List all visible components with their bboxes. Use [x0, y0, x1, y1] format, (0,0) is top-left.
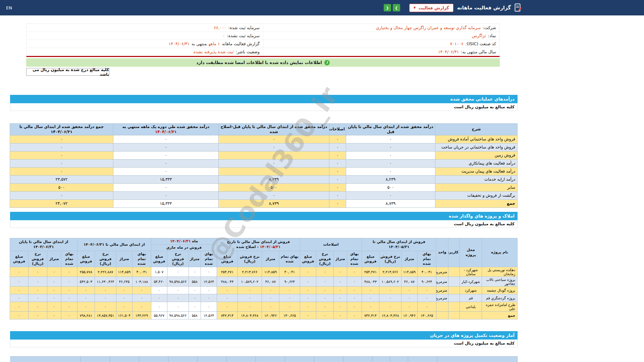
value-cell: ۱۱۴,۸۵۹: [262, 267, 279, 277]
column-group-header: ماه ۱۴۰۴/۰۶/۳۱: [151, 238, 217, 244]
projects-header-row: نام پروژهمحل پروژهکاربريواحدفروش از ابتد…: [10, 238, 517, 244]
value-cell: ۰: [77, 294, 95, 302]
row-label: درآمد فعالیت هاي پیمانکاري: [435, 159, 518, 167]
report-type-dropdown-label: گزارش فعالیت: [419, 5, 449, 10]
value-cell: ۸,۲۳۹: [346, 175, 435, 183]
value-cell: ۰: [10, 277, 28, 287]
value-cell: ۰: [28, 277, 47, 287]
column-header: متراژ: [333, 251, 347, 267]
value-cell: ۰: [217, 294, 237, 302]
value-cell: ۱۳,۸۵۷,۳۵۱: [95, 312, 116, 319]
project-name: پروژه گودال چشمه: [482, 287, 518, 294]
value-cell: ۵۵۸: [189, 312, 201, 319]
project-usage: [448, 287, 460, 294]
value-cell: ۱۶۱,۵۰۴: [116, 312, 132, 319]
value-cell: ۴۶,۰۸۷: [401, 277, 418, 287]
value-cell: ۰: [28, 302, 47, 312]
column-header: بهاي تمام شده: [61, 251, 77, 267]
company-info-table: شرکت:سرمایه گذاري توسعه و عمران زاگرس چه…: [26, 23, 500, 57]
next-report-button[interactable]: ❯: [393, 4, 400, 11]
row-label: جمع: [435, 199, 518, 207]
in-progress-header-cell: [10, 356, 81, 362]
project-unit: [436, 312, 448, 319]
value-cell: ۲۳,۵۷۲: [10, 175, 113, 183]
value-cell: ۰: [217, 287, 237, 294]
row-label: فروش واحد هاي ساختماني آماده فروش: [435, 135, 518, 143]
report-type-dropdown[interactable]: گزارش فعالیت ▼: [409, 4, 453, 12]
value-cell: ۰: [316, 277, 333, 287]
project-location: شهرکرد: [460, 287, 482, 294]
value-cell: ۰: [362, 287, 379, 294]
company-info-field: سرمایه ثبت نشده:۰: [26, 32, 263, 40]
revenue-row: فروش واحد هاي ساختماني آماده فروش۰۰۰۰۰: [10, 135, 518, 143]
project-unit: مترمربع: [436, 287, 448, 294]
value-cell: ۰: [151, 294, 167, 302]
value-cell: ۰: [28, 267, 47, 277]
value-cell: ۰: [379, 287, 401, 294]
value-cell: ۴۰,۰۴۱: [132, 267, 151, 277]
value-cell: ۰: [346, 151, 435, 159]
value-cell: ۰: [61, 312, 77, 319]
project-location: [460, 312, 482, 319]
prev-report-button[interactable]: ❮: [384, 4, 391, 11]
value-cell: ۴۰,۰۴۱: [418, 267, 436, 277]
company-info-field: نماد:ثزاگرس: [263, 32, 499, 40]
value-cell: ۰: [167, 267, 189, 277]
value-cell: ۵۵۸: [189, 277, 201, 287]
value-cell: ۰: [113, 135, 219, 143]
value-cell: ۹۰,۶۲۴: [418, 277, 436, 287]
column-header: نام پروژه: [482, 238, 518, 267]
project-usage: [448, 267, 460, 277]
value-cell: ۰: [132, 294, 151, 302]
value-cell: ۰: [132, 287, 151, 294]
revenue-header-row: شرحدرآمد محقق شده از ابتداي سال مالي تا …: [10, 124, 518, 135]
project-location: شهرکرد-کیار: [460, 277, 482, 287]
value-cell: ۰: [333, 302, 347, 312]
value-cell: ۰: [10, 294, 28, 302]
value-cell: ۰: [47, 312, 61, 319]
column-header: مبلغ فروش: [10, 251, 28, 267]
column-header: مبلغ فروش: [77, 251, 95, 267]
company-info-field: سال مالی منتهی به:۱۴۰۴/۰۶/۳۱: [263, 48, 499, 56]
value-cell: ۰: [47, 302, 61, 312]
value-cell: ۴۰,۰۴۱: [279, 267, 300, 277]
value-cell: ۰: [77, 287, 95, 294]
value-cell: ۰: [113, 159, 219, 167]
language-toggle[interactable]: EN: [6, 0, 12, 15]
value-cell: ۰: [61, 287, 77, 294]
value-cell: ۹۰,۶۲۴: [279, 277, 300, 287]
page: { "navbar": { "title": "گزارش فعالیت ماه…: [0, 0, 644, 362]
value-cell: ۰: [300, 302, 316, 312]
value-cell: ۱۰,۵۸۹,۶۰۲: [379, 277, 401, 287]
column-subgroup-header: فروش در ماه جاري: [151, 245, 217, 251]
value-cell: ۸,۷۳۹: [346, 199, 435, 207]
column-group-header: اصلاحات: [300, 238, 362, 251]
field-value: ثزاگرس: [472, 33, 486, 38]
revenue-row: فروش زمین۰۰۰۰۰: [10, 151, 518, 159]
value-cell: ۰: [47, 267, 61, 277]
value-cell: ۰: [10, 302, 28, 312]
value-cell: ۰: [329, 151, 346, 159]
report-body: درآمدهاي عملياتي محقق شده کلیه مبالغ به …: [10, 95, 518, 319]
column-header: نرخ فروش (ریال): [237, 251, 262, 267]
value-cell: ۰: [116, 302, 132, 312]
value-cell: ۵۰۰: [219, 183, 329, 191]
company-info-field: وضعیت ناشر:ثبت شده پذیرفته نشده: [26, 48, 263, 56]
report-icon: [515, 3, 522, 12]
value-cell: ۰: [189, 302, 201, 312]
company-info-field: گزارش فعالیت ماهانه۱ ماههمنتهی به۱۴۰۴/۰۶…: [26, 40, 263, 48]
row-label: درآمد ارایه خدمات: [435, 175, 518, 183]
value-cell: ۰: [61, 302, 77, 312]
column-header: مبلغ فروش: [151, 251, 167, 267]
value-cell: ۰: [418, 302, 436, 312]
spacer: [10, 111, 518, 123]
top-navbar: گزارش فعالیت ماهانه گزارش فعالیت ▼ ❯ ❮ E…: [0, 0, 644, 15]
value-cell: ۰: [300, 277, 316, 287]
value-cell: ۰: [113, 167, 219, 175]
field-value: سرمایه گذاري توسعه و عمران زاگرس چهار مح…: [376, 25, 481, 30]
value-cell: ۱۳۰,۶۶۵: [279, 312, 300, 319]
company-info-block: شرکت:سرمایه گذاري توسعه و عمران زاگرس چه…: [26, 23, 500, 67]
transferred-amounts-note: کلیه مبالغ به میلیون ریال است: [10, 220, 518, 228]
value-cell: ۰: [329, 143, 346, 151]
signature-notice-bar: i اطلاعات نمایش داده شده با اطلاعات امضا…: [26, 58, 500, 67]
